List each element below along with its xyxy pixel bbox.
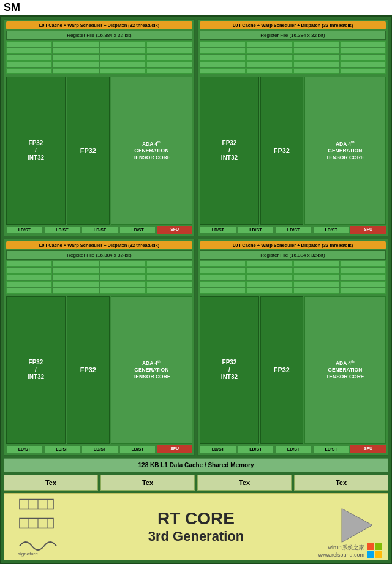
quadrant-grid: L0 i-Cache + Warp Scheduler + Dispatch (… (4, 19, 388, 456)
sm-label: SM (0, 0, 392, 15)
tensor-core-1: ADA 4th GENERATION TENSOR CORE (111, 77, 192, 225)
quadrant-2: L0 i-Cache + Warp Scheduler + Dispatch (… (197, 19, 388, 236)
svg-rect-0 (20, 500, 53, 509)
units-row-1: FP32 / INT32 FP32 ADA 4th GENERATION TEN… (6, 77, 192, 225)
box-diagram-icon-2 (17, 516, 59, 532)
ldst-2a: LD/ST (200, 226, 236, 234)
rt-core-subtitle: 3rd Generation (148, 528, 244, 544)
units-row-4: FP32 / INT32 FP32 ADA 4th GENERATION TEN… (200, 296, 386, 445)
wavy-icon: signature (17, 535, 62, 557)
ldst-4a: LD/ST (200, 445, 236, 453)
sfu-2: SFU (350, 226, 386, 234)
sfu-1: SFU (157, 226, 192, 234)
rt-core-text: RT CORE 3rd Generation (148, 509, 244, 544)
rt-icon-right (336, 506, 375, 548)
ldst-4d: LD/ST (313, 445, 350, 453)
fp32-int32-unit-2: FP32 / INT32 (200, 77, 259, 225)
ldst-2c: LD/ST (275, 226, 312, 234)
svg-text:signature: signature (18, 551, 38, 557)
ldst-3b: LD/ST (44, 445, 81, 453)
svg-rect-10 (368, 543, 374, 550)
ldst-2d: LD/ST (313, 226, 350, 234)
ldst-1c: LD/ST (81, 226, 118, 234)
sfu-3: SFU (157, 445, 192, 453)
tex-unit-1: Tex (4, 475, 98, 491)
sfu-4: SFU (350, 445, 386, 453)
ldst-1a: LD/ST (6, 226, 43, 234)
reg-file-2: Register File (16,384 x 32-bit) (200, 31, 386, 40)
tex-row: Tex Tex Tex Tex (4, 475, 388, 491)
win11-logo-icon (367, 543, 383, 558)
fp32-unit-4: FP32 (260, 296, 303, 445)
warp-bar-2: L0 i-Cache + Warp Scheduler + Dispatch (… (200, 21, 386, 29)
ldst-1d: LD/ST (119, 226, 156, 234)
main-container: SM L0 i-Cache + Warp Scheduler + Dispatc… (0, 0, 392, 564)
ldst-3d: LD/ST (119, 445, 156, 453)
rt-icon-left: signature (17, 497, 62, 557)
svg-rect-13 (375, 551, 382, 558)
svg-rect-11 (375, 543, 382, 550)
rt-core-section: signature RT CORE 3rd Generation win11系统… (4, 493, 388, 560)
bottom-units-1: LD/ST LD/ST LD/ST LD/ST SFU (6, 226, 192, 234)
tex-unit-2: Tex (100, 475, 195, 491)
ldst-2b: LD/ST (238, 226, 274, 234)
warp-bar-3: L0 i-Cache + Warp Scheduler + Dispatch (… (6, 241, 192, 249)
quadrant-1: L0 i-Cache + Warp Scheduler + Dispatch (… (4, 19, 195, 236)
sm-block: L0 i-Cache + Warp Scheduler + Dispatch (… (0, 15, 392, 564)
rt-core-title: RT CORE (148, 509, 244, 528)
box-diagram-icon (17, 497, 59, 513)
reg-file-1: Register File (16,384 x 32-bit) (6, 31, 192, 40)
bottom-units-2: LD/ST LD/ST LD/ST LD/ST SFU (200, 226, 386, 234)
watermark: win11系统之家 www.relsound.com (318, 543, 383, 558)
quadrant-4: L0 i-Cache + Warp Scheduler + Dispatch (… (197, 239, 388, 456)
fp32-unit-1: FP32 (67, 77, 110, 225)
watermark-url: www.relsound.com (318, 552, 364, 558)
svg-rect-4 (20, 519, 53, 528)
fp32-int32-unit-1: FP32 / INT32 (6, 77, 66, 225)
bottom-units-4: LD/ST LD/ST LD/ST LD/ST SFU (200, 445, 386, 453)
units-row-2: FP32 / INT32 FP32 ADA 4th GENERATION TEN… (200, 77, 386, 225)
bottom-units-3: LD/ST LD/ST LD/ST LD/ST SFU (6, 445, 192, 453)
warp-bar-4: L0 i-Cache + Warp Scheduler + Dispatch (… (200, 241, 386, 249)
l1-cache-bar: 128 KB L1 Data Cache / Shared Memory (4, 458, 388, 472)
tex-unit-4: Tex (294, 475, 388, 491)
warp-bar-1: L0 i-Cache + Warp Scheduler + Dispatch (… (6, 21, 192, 29)
tensor-core-4: ADA 4th GENERATION TENSOR CORE (304, 296, 386, 445)
fp32-unit-2: FP32 (260, 77, 303, 225)
reg-file-4: Register File (16,384 x 32-bit) (200, 250, 386, 260)
tensor-core-3: ADA 4th GENERATION TENSOR CORE (111, 296, 192, 445)
tex-unit-3: Tex (197, 475, 292, 491)
svg-rect-12 (368, 551, 374, 558)
ldst-3c: LD/ST (81, 445, 118, 453)
watermark-site: win11系统之家 (328, 544, 364, 552)
quadrant-3: L0 i-Cache + Warp Scheduler + Dispatch (… (4, 239, 195, 456)
ldst-3a: LD/ST (6, 445, 43, 453)
ldst-4b: LD/ST (238, 445, 274, 453)
fp32-int32-unit-3: FP32 / INT32 (6, 296, 66, 445)
units-row-3: FP32 / INT32 FP32 ADA 4th GENERATION TEN… (6, 296, 192, 445)
ldst-4c: LD/ST (275, 445, 312, 453)
triangle-icon (336, 506, 375, 546)
reg-file-3: Register File (16,384 x 32-bit) (6, 250, 192, 260)
fp32-int32-unit-4: FP32 / INT32 (200, 296, 259, 445)
tensor-core-2: ADA 4th GENERATION TENSOR CORE (304, 77, 386, 225)
ldst-1b: LD/ST (44, 226, 81, 234)
svg-marker-9 (342, 509, 372, 543)
fp32-unit-3: FP32 (67, 296, 110, 445)
